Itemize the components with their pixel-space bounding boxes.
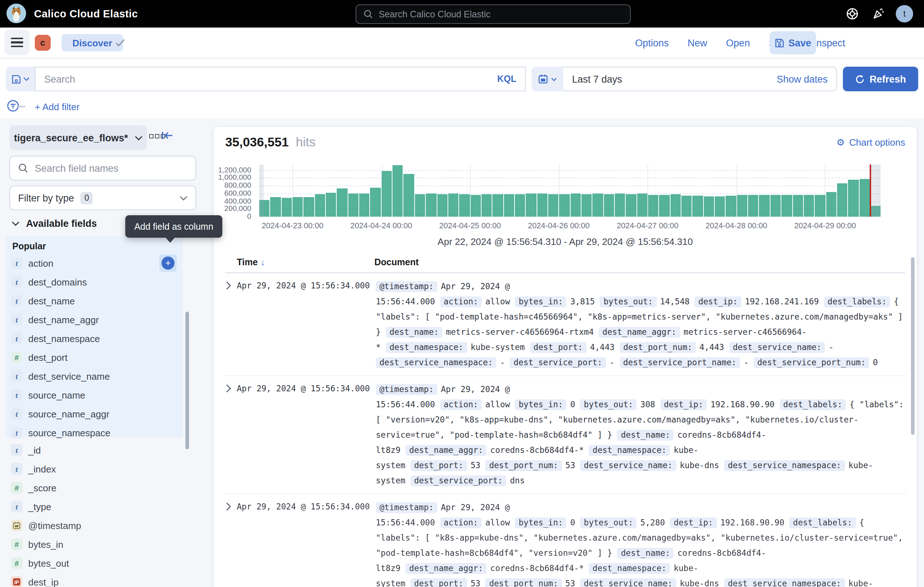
add-filter-button[interactable]: + Add filter: [35, 101, 80, 112]
query-language-button[interactable]: KQL: [497, 74, 516, 84]
histogram-bar[interactable]: [393, 165, 403, 217]
histogram-bar[interactable]: [604, 194, 614, 217]
sidebar-field-_id[interactable]: t_id: [6, 441, 183, 460]
histogram-bar[interactable]: [426, 194, 436, 217]
histogram-bar[interactable]: [370, 187, 381, 217]
histogram-bar[interactable]: [837, 183, 848, 217]
sidebar-field-action[interactable]: taction+: [6, 254, 183, 273]
sidebar-field-dest_namespace[interactable]: tdest_namespace: [6, 329, 183, 348]
nav-menu-button[interactable]: [4, 30, 30, 55]
histogram-bar[interactable]: [348, 193, 359, 217]
field-search-input[interactable]: Search field names: [10, 156, 196, 180]
time-column-header[interactable]: Time ↓: [237, 257, 265, 268]
filter-by-type-dropdown[interactable]: Filter by type 0: [10, 185, 196, 210]
chart-options-button[interactable]: ⚙ Chart options: [837, 137, 905, 148]
histogram-bar[interactable]: [292, 197, 303, 217]
histogram-bar[interactable]: [615, 193, 625, 217]
histogram-bar[interactable]: [537, 194, 548, 217]
histogram-bar[interactable]: [593, 193, 603, 217]
query-input[interactable]: Search KQL: [35, 67, 526, 91]
histogram-bar[interactable]: [482, 194, 492, 217]
saved-query-menu-button[interactable]: [6, 67, 35, 91]
sidebar-field-dest_service_name[interactable]: tdest_service_name: [6, 367, 183, 385]
filter-options-icon[interactable]: [7, 99, 20, 112]
sidebar-scrollbar[interactable]: [185, 312, 189, 449]
global-search-input[interactable]: Search Calico Cloud Elastic: [356, 4, 631, 24]
histogram-bar[interactable]: [737, 195, 747, 217]
histogram-bar[interactable]: [848, 180, 858, 217]
histogram-bar[interactable]: [359, 194, 370, 217]
histogram-bar[interactable]: [670, 194, 681, 217]
histogram-bar[interactable]: [470, 195, 481, 217]
refresh-button[interactable]: Refresh: [843, 67, 918, 91]
histogram-bar[interactable]: [815, 195, 825, 217]
histogram-bar[interactable]: [315, 195, 325, 217]
histogram-bar[interactable]: [448, 194, 459, 217]
whats-new-icon[interactable]: [872, 7, 885, 20]
user-avatar[interactable]: t: [896, 5, 913, 23]
sidebar-field-dest_name_aggr[interactable]: tdest_name_aggr: [6, 310, 183, 329]
toolbar-menu-new[interactable]: New: [688, 38, 707, 48]
histogram-bar[interactable]: [826, 192, 837, 217]
sidebar-field-bytes_in[interactable]: #bytes_in: [6, 535, 183, 554]
histogram-bar[interactable]: [492, 194, 503, 217]
histogram-bar[interactable]: [326, 192, 337, 217]
histogram-bar[interactable]: [337, 189, 348, 217]
sidebar-field-_type[interactable]: t_type: [6, 497, 183, 516]
sidebar-field-source_name_aggr[interactable]: tsource_name_aggr: [6, 404, 183, 423]
histogram-bar[interactable]: [804, 195, 814, 217]
histogram-bar[interactable]: [415, 194, 426, 217]
histogram-bar[interactable]: [659, 195, 670, 217]
histogram-bar[interactable]: [726, 195, 736, 217]
histogram-bar[interactable]: [382, 171, 392, 217]
histogram-bar[interactable]: [759, 195, 770, 217]
histogram-bar[interactable]: [526, 194, 536, 217]
time-range-control[interactable]: Last 7 days Show dates: [563, 67, 837, 91]
histogram-bar[interactable]: [459, 194, 470, 217]
toolbar-menu-options[interactable]: Options: [635, 38, 669, 48]
time-range-value[interactable]: Last 7 days: [572, 74, 622, 84]
histogram-bar[interactable]: [859, 179, 870, 217]
histogram-bar[interactable]: [681, 195, 692, 217]
histogram-bar[interactable]: [771, 195, 781, 217]
add-field-as-column-button[interactable]: +: [159, 255, 177, 272]
histogram-bar[interactable]: [626, 194, 637, 217]
toolbar-menu-open[interactable]: Open: [726, 38, 750, 48]
sidebar-field-_index[interactable]: t_index: [6, 460, 183, 478]
histogram-bar[interactable]: [515, 194, 525, 217]
sidebar-field-_score[interactable]: #_score: [6, 478, 183, 497]
expand-row-button[interactable]: [225, 279, 237, 290]
histogram-bar[interactable]: [570, 194, 581, 217]
app-logo[interactable]: [7, 3, 26, 23]
histogram-bar[interactable]: [437, 195, 447, 217]
expand-row-button[interactable]: [225, 500, 237, 511]
sidebar-field-dest_name[interactable]: tdest_name: [6, 291, 183, 310]
available-fields-section[interactable]: Available fields: [12, 218, 97, 229]
sidebar-field-dest_domains[interactable]: tdest_domains: [6, 273, 183, 291]
histogram-bar[interactable]: [704, 197, 714, 217]
sidebar-field-source_namespace[interactable]: tsource_namespace: [6, 423, 183, 442]
histogram-plot[interactable]: [259, 164, 881, 217]
index-pattern-selector[interactable]: tigera_secure_ee_flows*: [10, 126, 147, 150]
histogram-bar[interactable]: [559, 194, 570, 217]
histogram-bar[interactable]: [304, 197, 314, 217]
show-dates-button[interactable]: Show dates: [777, 74, 828, 84]
date-picker-button[interactable]: [531, 67, 563, 91]
sidebar-field-source_name[interactable]: tsource_name: [6, 385, 183, 404]
histogram-bar[interactable]: [637, 194, 647, 217]
toolbar-menu-inspect[interactable]: Inspect: [813, 38, 845, 48]
sidebar-field-dest_ip[interactable]: IPdest_ip: [6, 572, 183, 587]
histogram-bar[interactable]: [648, 195, 658, 217]
histogram-bar[interactable]: [715, 197, 725, 217]
sidebar-field-dest_port[interactable]: #dest_port: [6, 348, 183, 367]
help-icon[interactable]: [846, 7, 859, 20]
histogram-bar[interactable]: [581, 194, 592, 217]
sidebar-field-bytes_out[interactable]: #bytes_out: [6, 554, 183, 572]
collapse-sidebar-icon[interactable]: [162, 131, 173, 140]
histogram-bar[interactable]: [281, 198, 292, 217]
expand-row-button[interactable]: [225, 382, 237, 393]
sort-descending-icon[interactable]: ↓: [261, 257, 265, 268]
breadcrumb[interactable]: Discover: [61, 34, 123, 51]
histogram-bar[interactable]: [548, 194, 559, 217]
histogram-bar[interactable]: [504, 194, 514, 217]
